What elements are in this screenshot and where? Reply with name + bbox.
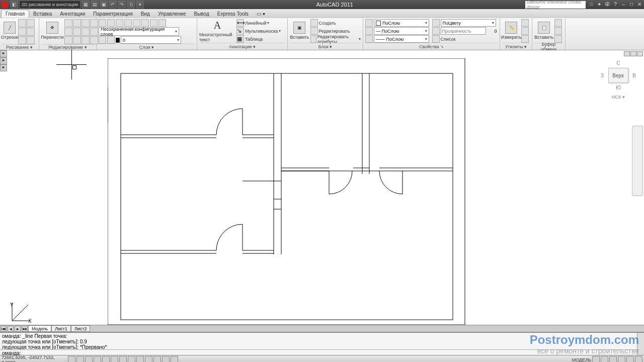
panel-layers-title[interactable]: Слои ▾: [99, 44, 195, 50]
status-d-icon[interactable]: [618, 356, 625, 362]
exchange-icon[interactable]: ✦: [596, 1, 603, 8]
viewcube-west[interactable]: З: [601, 73, 604, 78]
rotate-icon[interactable]: [73, 19, 81, 27]
layer-color-swatch[interactable]: [116, 38, 120, 43]
qp-toggle[interactable]: [162, 356, 170, 362]
tab-parametric[interactable]: Параметризация: [89, 10, 137, 18]
command-window[interactable]: оманда: _line Первая точка: ледующая точ…: [0, 332, 644, 355]
panel-modify-title[interactable]: Редактирование ▾: [41, 44, 94, 50]
status-c-icon[interactable]: [609, 356, 617, 362]
tpy-toggle[interactable]: [153, 356, 161, 362]
help-icon[interactable]: ?: [612, 1, 619, 8]
workspace-icon[interactable]: ◧: [10, 1, 18, 9]
layerprev-icon[interactable]: [150, 19, 157, 27]
status-f-icon[interactable]: [635, 356, 642, 362]
layeriso-icon[interactable]: [107, 19, 115, 27]
explode-icon[interactable]: [73, 36, 81, 44]
qat-new-icon[interactable]: ▦: [82, 1, 90, 9]
layermatch-icon[interactable]: [141, 19, 149, 27]
polar-toggle[interactable]: [94, 356, 101, 362]
matchprop-icon[interactable]: [365, 19, 373, 27]
panel-utilities-title[interactable]: Утилиты ▾: [502, 43, 530, 50]
view-cube[interactable]: С З Верх В Ю МСК ▾: [601, 60, 636, 100]
model-space-indicator[interactable]: МОДЕЛЬ: [572, 357, 591, 363]
mleader-drop[interactable]: ▾: [279, 29, 281, 33]
grid-toggle[interactable]: [76, 356, 84, 362]
tab-layout2[interactable]: Лист2: [71, 325, 91, 332]
mleader-button[interactable]: Мультивыноска: [245, 29, 278, 34]
layer-bulb-icon[interactable]: [99, 36, 106, 44]
viewcube-north[interactable]: С: [601, 60, 636, 66]
copy-clip-icon[interactable]: [554, 27, 562, 35]
qat-redo-icon[interactable]: ↷: [118, 1, 126, 9]
qat-print-icon[interactable]: ⎙: [127, 1, 135, 9]
hatch-icon[interactable]: [27, 36, 35, 44]
snap-toggle[interactable]: [68, 356, 75, 362]
command-line[interactable]: оманда:: [0, 349, 644, 356]
table-button[interactable]: Таблица: [245, 37, 263, 42]
navigation-bar[interactable]: [632, 126, 643, 196]
layerlock-icon[interactable]: [133, 19, 140, 27]
layerstate-icon[interactable]: [99, 19, 106, 27]
linetype-dropdown[interactable]: —— ПоСлою▾: [374, 35, 429, 43]
layeroff-icon[interactable]: [124, 19, 132, 27]
ellipse-icon[interactable]: [18, 36, 26, 44]
color-dropdown[interactable]: ПоСлою▾: [374, 19, 429, 27]
palette-tab-3[interactable]: ▸: [0, 64, 7, 71]
polyline-icon[interactable]: [18, 19, 26, 27]
signin-icon[interactable]: ⦿: [604, 1, 611, 8]
status-e-icon[interactable]: [626, 356, 634, 362]
status-b-icon[interactable]: [601, 356, 608, 362]
tab-prev-icon[interactable]: ◂: [8, 326, 14, 332]
transparency-icon[interactable]: [432, 27, 440, 35]
paste-button[interactable]: 📋 Вставить: [534, 19, 553, 42]
plotstyle-dropdown[interactable]: ПоЦвету▾: [441, 19, 496, 27]
mtext-button[interactable]: A Многострочный текст: [199, 19, 235, 42]
circle-icon[interactable]: [27, 19, 35, 27]
line-button[interactable]: ╱ Отрезок: [2, 19, 17, 42]
window-close-icon[interactable]: ✕: [636, 1, 643, 8]
sc-toggle[interactable]: [171, 356, 178, 362]
linetype-icon[interactable]: [365, 35, 373, 43]
ortho-toggle[interactable]: [85, 356, 93, 362]
app-icon[interactable]: [1, 1, 8, 8]
viewcube-south[interactable]: Ю: [601, 85, 636, 90]
tab-express[interactable]: Express Tools: [213, 10, 253, 18]
transparency-input[interactable]: [441, 27, 486, 35]
command-scrollbar[interactable]: [637, 333, 644, 355]
palette-tab-1[interactable]: ▸: [0, 50, 7, 57]
panel-draw-title[interactable]: Рисование ▾: [2, 44, 37, 50]
tab-last-icon[interactable]: ⏭: [22, 326, 28, 332]
layermore-icon[interactable]: [158, 19, 166, 27]
layerfreeze-icon[interactable]: [116, 19, 123, 27]
workspace-dropdown[interactable]: 2D рисование и аннотации: [19, 1, 80, 9]
dimlinear-drop[interactable]: ▾: [267, 21, 269, 25]
measure-button[interactable]: 📏 Измерить: [502, 19, 520, 42]
qat-undo-icon[interactable]: ↶: [109, 1, 117, 9]
rect-icon[interactable]: [27, 28, 35, 36]
qat-more-icon[interactable]: ▾: [136, 1, 144, 9]
dyn-toggle[interactable]: [136, 356, 144, 362]
tab-first-icon[interactable]: ⏮: [1, 326, 7, 332]
panel-properties-title[interactable]: Свойства↘: [365, 43, 498, 50]
block-create-button[interactable]: Создать: [319, 21, 336, 26]
viewcube-top[interactable]: Верх: [608, 68, 628, 83]
help-search-input[interactable]: Введите ключевое слово/фразу: [525, 1, 586, 9]
panel-block-title[interactable]: Блок ▾: [290, 43, 361, 50]
cut-icon[interactable]: [554, 19, 562, 27]
qat-open-icon[interactable]: ▤: [91, 1, 99, 9]
drawing-area[interactable]: ▸ ▸ ▸: [0, 50, 644, 325]
util-c-icon[interactable]: [521, 35, 529, 43]
block-insert-button[interactable]: ▣ Вставить: [290, 19, 309, 42]
panel-clipboard-title[interactable]: Буфер обмена: [534, 43, 563, 50]
stretch-icon[interactable]: [64, 28, 72, 36]
viewcube-east[interactable]: В: [632, 73, 636, 78]
tab-next-icon[interactable]: ▸: [15, 326, 21, 332]
util-b-icon[interactable]: [521, 27, 529, 35]
block-edit-button[interactable]: Редактировать: [319, 29, 350, 34]
list-button[interactable]: Список: [441, 37, 456, 42]
otrack-toggle[interactable]: [119, 356, 127, 362]
vp-close-icon[interactable]: [637, 51, 643, 56]
offset-icon[interactable]: [82, 36, 90, 44]
viewcube-wcs[interactable]: МСК ▾: [601, 95, 636, 100]
